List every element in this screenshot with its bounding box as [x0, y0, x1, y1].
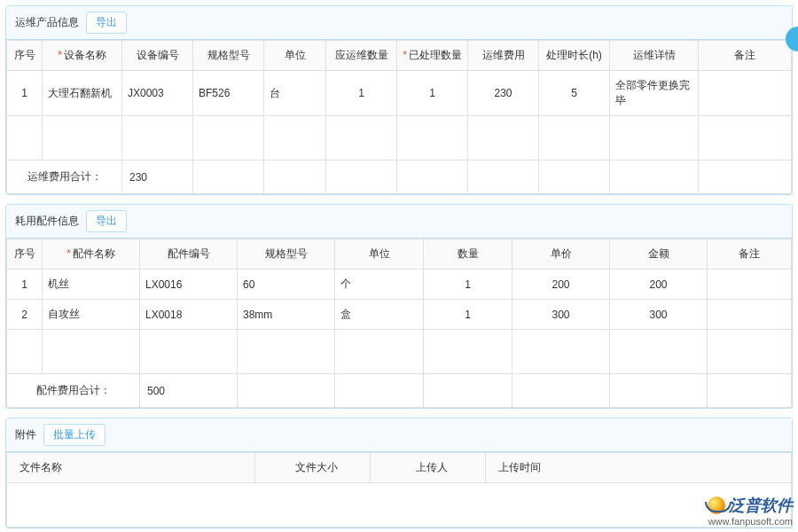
parts-panel: 耗用配件信息 导出 序号 *配件名称 配件编号 规格型号 单位 数量 单价 金额…: [5, 204, 793, 409]
cell-price: 300: [512, 300, 610, 330]
cell-seq: 1: [7, 270, 43, 300]
total-label: 配件费用合计：: [7, 374, 140, 408]
col-part-name: *配件名称: [43, 239, 140, 270]
table-header-row: 序号 *设备名称 设备编号 规格型号 单位 应运维数量 *已处理数量 运维费用 …: [7, 41, 792, 71]
col-price: 单价: [512, 239, 610, 270]
brand-name: 泛普软件: [729, 495, 793, 516]
total-value: 230: [122, 160, 193, 194]
col-device-code: 设备编号: [122, 41, 193, 71]
cell-part-name: 机丝: [43, 270, 140, 300]
cell-qty: 1: [424, 300, 512, 330]
attachment-table: 文件名称 文件大小 上传人 上传时间: [6, 452, 792, 528]
col-remark: 备注: [708, 239, 792, 270]
cell-price: 200: [512, 270, 610, 300]
brand-logo: 泛普软件 www.fanpusoft.com: [708, 495, 793, 527]
panel-header: 运维产品信息 导出: [6, 6, 792, 40]
col-remark: 备注: [699, 41, 792, 71]
empty-row: [7, 483, 792, 528]
col-uploadtime: 上传时间: [486, 453, 792, 483]
cell-detail: 全部零件更换完毕: [610, 71, 699, 116]
attachment-panel: 附件 批量上传 文件名称 文件大小 上传人 上传时间: [5, 418, 793, 528]
table-row[interactable]: 2 自攻丝 LX0018 38mm 盒 1 300 300: [7, 300, 792, 330]
col-duration: 处理时长(h): [539, 41, 610, 71]
col-filename: 文件名称: [7, 453, 255, 483]
cell-cost: 230: [468, 71, 539, 116]
cell-remark: [708, 300, 792, 330]
cell-unit: 台: [264, 71, 326, 116]
cell-unit: 盒: [335, 300, 424, 330]
col-uploader: 上传人: [371, 453, 486, 483]
total-row: 运维费用合计： 230: [7, 160, 792, 194]
cell-duration: 5: [539, 71, 610, 116]
export-button[interactable]: 导出: [86, 210, 127, 232]
panel-title: 耗用配件信息: [15, 214, 79, 229]
col-unit: 单位: [335, 239, 424, 270]
panel-header: 耗用配件信息 导出: [6, 205, 792, 239]
export-button[interactable]: 导出: [86, 12, 127, 34]
total-value: 500: [140, 374, 238, 408]
total-label: 运维费用合计：: [7, 160, 122, 194]
table-header-row: 文件名称 文件大小 上传人 上传时间: [7, 453, 792, 483]
col-spec: 规格型号: [238, 239, 335, 270]
col-cost: 运维费用: [468, 41, 539, 71]
empty-row: [7, 330, 792, 374]
col-detail: 运维详情: [610, 41, 699, 71]
table-row[interactable]: 1 大理石翻新机 JX0003 BF526 台 1 1 230 5 全部零件更换…: [7, 71, 792, 116]
table-header-row: 序号 *配件名称 配件编号 规格型号 单位 数量 单价 金额 备注: [7, 239, 792, 270]
empty-row: [7, 116, 792, 160]
table-row[interactable]: 1 机丝 LX0016 60 个 1 200 200: [7, 270, 792, 300]
cell-device-name: 大理石翻新机: [43, 71, 122, 116]
cell-should-qty: 1: [326, 71, 397, 116]
parts-table: 序号 *配件名称 配件编号 规格型号 单位 数量 单价 金额 备注 1 机丝 L…: [6, 239, 792, 408]
brand-url: www.fanpusoft.com: [708, 516, 793, 527]
cell-spec: 60: [238, 270, 335, 300]
panel-header: 附件 批量上传: [6, 419, 792, 452]
col-seq: 序号: [7, 41, 43, 71]
cell-remark: [708, 270, 792, 300]
col-seq: 序号: [7, 239, 43, 270]
col-should-qty: 应运维数量: [326, 41, 397, 71]
col-amount: 金额: [610, 239, 708, 270]
col-unit: 单位: [264, 41, 326, 71]
col-device-name: *设备名称: [43, 41, 122, 71]
col-qty: 数量: [424, 239, 512, 270]
cell-seq: 2: [7, 300, 43, 330]
col-spec: 规格型号: [193, 41, 264, 71]
maintenance-product-panel: 运维产品信息 导出 序号 *设备名称 设备编号 规格型号 单位 应运维数量 *已…: [5, 5, 793, 195]
cell-qty: 1: [424, 270, 512, 300]
cell-device-code: JX0003: [122, 71, 193, 116]
cell-part-name: 自攻丝: [43, 300, 140, 330]
cell-amount: 300: [610, 300, 708, 330]
cell-remark: [699, 71, 792, 116]
cell-amount: 200: [610, 270, 708, 300]
total-row: 配件费用合计： 500: [7, 374, 792, 408]
cell-seq: 1: [7, 71, 43, 116]
globe-icon: [708, 497, 725, 514]
panel-title: 运维产品信息: [15, 15, 79, 30]
col-filesize: 文件大小: [255, 453, 371, 483]
cell-part-code: LX0016: [140, 270, 238, 300]
cell-unit: 个: [335, 270, 424, 300]
cell-spec: BF526: [193, 71, 264, 116]
maintenance-table: 序号 *设备名称 设备编号 规格型号 单位 应运维数量 *已处理数量 运维费用 …: [6, 40, 792, 194]
cell-done-qty: 1: [397, 71, 468, 116]
batch-upload-button[interactable]: 批量上传: [43, 424, 106, 446]
col-done-qty: *已处理数量: [397, 41, 468, 71]
cell-part-code: LX0018: [140, 300, 238, 330]
cell-spec: 38mm: [238, 300, 335, 330]
panel-title: 附件: [15, 427, 36, 442]
col-part-code: 配件编号: [140, 239, 238, 270]
